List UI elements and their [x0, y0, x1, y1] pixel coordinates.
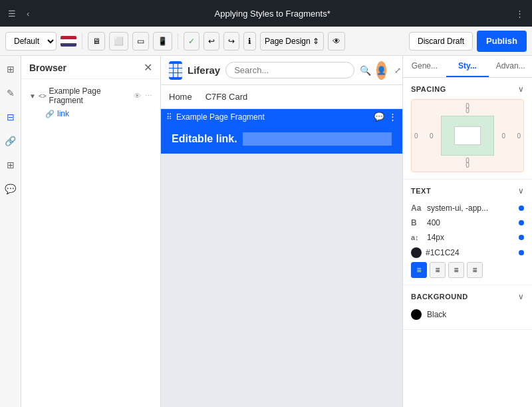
sidebar-panels-icon[interactable]: ⊞ [3, 61, 19, 77]
font-size-row: a↕ 14px [411, 230, 524, 245]
sidebar-layout-icon[interactable]: ⊞ [3, 157, 19, 173]
align-right-button[interactable]: ≡ [448, 262, 464, 278]
liferay-brand-label: Liferay [188, 65, 220, 76]
link-icon-tree: 🔗 [45, 110, 55, 118]
fragment-content: Editable link. [161, 124, 402, 154]
liferay-logo [169, 61, 182, 80]
publish-button[interactable]: Publish [477, 31, 527, 52]
align-left-button[interactable]: ≡ [411, 262, 427, 278]
tab-advanced[interactable]: Advan... [489, 56, 532, 77]
undo-btn[interactable]: ↩ [203, 32, 219, 51]
font-weight-value[interactable]: 400 [427, 218, 515, 227]
logo-dot [178, 68, 182, 72]
canvas-area: Liferay 🔍 👤 ⤢ i Home C7F8 Card ⠿ Example… [161, 56, 402, 407]
background-section: BACKGROUND ∨ Black [403, 285, 532, 330]
spacing-diagram: 0 0 0 0 0 0 0 0 [411, 99, 524, 172]
spacing-title: SPACING [411, 85, 446, 93]
fragment-container: ⠿ Example Page Fragment 💬 ⋮ Editable lin… [161, 109, 402, 154]
spacing-center-box [454, 126, 481, 145]
spacing-inner-box: 0 0 0 0 [441, 116, 494, 156]
font-family-row: Aa system-ui, -app... [411, 201, 524, 215]
logo-dot [178, 73, 182, 77]
sidebar-link-icon[interactable]: 🔗 [3, 133, 19, 149]
font-size-value[interactable]: 14px [427, 233, 515, 242]
spacing-inner-top: 0 [466, 107, 469, 114]
sidebar-toggle-icon[interactable]: ☰ [5, 6, 19, 21]
browser-panel: Browser ✕ ▼ <> Example Page Fragment 👁 ⋯… [21, 56, 161, 407]
link-label: link [57, 109, 69, 118]
nav-home[interactable]: Home [169, 92, 192, 102]
nav-card[interactable]: C7F8 Card [205, 92, 248, 102]
browser-title: Browser [29, 63, 66, 73]
expand-icon: ▼ [29, 92, 36, 100]
fragment-more-icon[interactable]: ⋯ [145, 92, 152, 100]
visibility-icon[interactable]: 👁 [134, 92, 141, 100]
sidebar-comment-icon[interactable]: 💬 [3, 181, 19, 197]
preview-btn[interactable]: 👁 [328, 32, 345, 51]
spacing-inner-right: 0 [501, 132, 505, 140]
info-btn[interactable]: ℹ [243, 32, 256, 51]
sidebar-puzzle-icon[interactable]: ⊟ [3, 109, 19, 125]
check-icon-btn[interactable]: ✓ [184, 32, 200, 51]
left-sidebar: ⊞ ✎ ⊟ 🔗 ⊞ 💬 [0, 56, 21, 407]
font-size-icon: a↕ [411, 233, 423, 241]
text-header: TEXT ∨ [411, 186, 524, 196]
logo-dot [174, 68, 178, 72]
code-brackets-icon: <> [39, 92, 47, 100]
text-color-swatch[interactable] [411, 247, 422, 258]
spacing-header: SPACING ∨ [411, 84, 524, 94]
more-options-icon[interactable]: ⋮ [513, 6, 527, 21]
background-header: BACKGROUND ∨ [411, 292, 524, 301]
tab-styles[interactable]: Sty... [446, 56, 489, 77]
align-justify-button[interactable]: ≡ [467, 262, 483, 278]
tab-general[interactable]: Gene... [403, 56, 446, 77]
editable-link-highlight [243, 132, 392, 146]
back-icon[interactable]: ‹ [24, 6, 32, 21]
canvas-search-input[interactable] [225, 62, 354, 78]
view-select[interactable]: Default [5, 32, 57, 51]
logo-dot [174, 73, 178, 77]
device-tablet-landscape-btn[interactable]: ⬜ [109, 32, 128, 51]
top-bar: ☰ ‹ Applying Styles to Fragments* ⋮ [0, 0, 532, 27]
redo-btn[interactable]: ↪ [223, 32, 239, 51]
editable-link-text[interactable]: Editable link. [172, 133, 237, 145]
spacing-inner-bottom: 0 [466, 157, 469, 164]
sidebar-pencil-icon[interactable]: ✎ [3, 85, 19, 101]
fragment-more-options-icon[interactable]: ⋮ [388, 112, 397, 122]
liferay-logo-inner [169, 64, 182, 77]
background-color-label[interactable]: Black [427, 310, 446, 319]
text-align-row: ≡ ≡ ≡ ≡ [411, 262, 524, 278]
background-title: BACKGROUND [411, 293, 468, 301]
tree-fragment-item[interactable]: ▼ <> Example Page Fragment 👁 ⋯ [27, 84, 155, 107]
text-chevron-icon[interactable]: ∨ [518, 186, 524, 196]
align-center-button[interactable]: ≡ [430, 262, 446, 278]
spacing-chevron-icon[interactable]: ∨ [518, 84, 524, 94]
font-family-label-aa: Aa [411, 204, 423, 213]
drag-handle-icon[interactable]: ⠿ [166, 112, 172, 122]
fragment-comment-icon[interactable]: 💬 [374, 112, 384, 122]
font-weight-indicator [519, 220, 524, 225]
logo-dot [169, 73, 173, 77]
font-family-value[interactable]: system-ui, -app... [427, 204, 515, 213]
fragment-label: Example Page Fragment [49, 86, 131, 105]
device-desktop-btn[interactable]: 🖥 [88, 32, 105, 51]
toolbar: Default 🖥 ⬜ ▭ 📱 ✓ ↩ ↪ ℹ Page Design ⇕ 👁 … [0, 27, 532, 56]
fragment-toolbar: ⠿ Example Page Fragment 💬 ⋮ [161, 109, 402, 124]
device-tablet-btn[interactable]: ▭ [132, 32, 149, 51]
spacing-inner-left: 0 [430, 132, 434, 140]
canvas-browser-bar: Liferay 🔍 👤 ⤢ i [161, 56, 402, 85]
text-color-row: #1C1C24 [411, 245, 524, 261]
spacing-section: SPACING ∨ 0 0 0 0 0 0 0 0 [403, 78, 532, 180]
spacing-outer-left: 0 [414, 132, 418, 140]
tree-link-item[interactable]: 🔗 link [27, 107, 155, 120]
background-chevron-icon[interactable]: ∨ [518, 292, 524, 301]
logo-dot [178, 64, 182, 68]
language-flag[interactable] [61, 36, 76, 47]
text-color-value[interactable]: #1C1C24 [426, 248, 515, 257]
canvas-nav: Home C7F8 Card [161, 85, 402, 109]
browser-close-button[interactable]: ✕ [144, 63, 152, 73]
device-mobile-btn[interactable]: 📱 [153, 32, 172, 51]
background-color-swatch[interactable] [411, 309, 422, 320]
page-design-btn[interactable]: Page Design ⇕ [260, 32, 324, 51]
discard-draft-button[interactable]: Discard Draft [409, 32, 473, 51]
